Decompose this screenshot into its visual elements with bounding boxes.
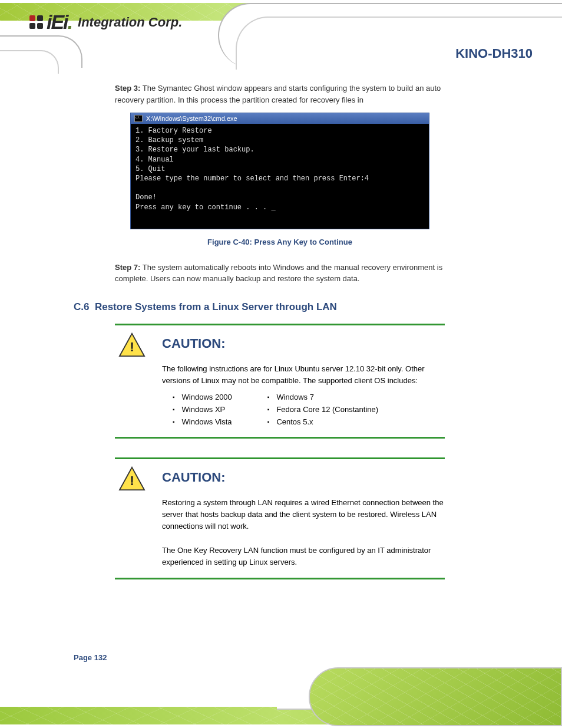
logo-squares-icon	[29, 15, 43, 29]
os-item: Windows XP	[173, 405, 232, 414]
logo-iei-text: iEi.	[47, 11, 72, 34]
step3-text: Step 3: The Symantec Ghost window appear…	[115, 83, 445, 106]
section-title: Restore Systems from a Linux Server thro…	[95, 301, 337, 312]
divider-green	[115, 457, 445, 459]
warning-triangle-icon: !	[118, 466, 146, 493]
divider-green	[115, 578, 445, 579]
svg-text:!: !	[130, 339, 134, 354]
divider-green	[115, 437, 445, 439]
svg-text:!: !	[130, 473, 134, 488]
caution-2-title: CAUTION:	[162, 470, 226, 485]
footer-banner	[0, 667, 562, 726]
logo-corp-text: Integration Corp.	[78, 15, 182, 30]
product-title: KINO-DH310	[455, 46, 533, 61]
warning-triangle-icon: !	[118, 332, 146, 360]
os-item: Windows 7	[267, 393, 378, 401]
cmd-titlebar: X:\Windows\System32\cmd.exe	[131, 113, 429, 124]
divider-green	[115, 324, 445, 325]
cmd-window: X:\Windows\System32\cmd.exe 1. Factory R…	[130, 113, 429, 229]
header-curve-inner	[236, 17, 562, 70]
header-banner: iEi. Integration Corp. KINO-DH310	[0, 0, 562, 67]
header-left-swoosh-2	[0, 50, 59, 74]
step3-body: The Symantec Ghost window appears and st…	[115, 84, 441, 104]
cmd-body: 1. Factory Restore 2. Backup system 3. R…	[131, 124, 429, 229]
os-item: Windows Vista	[173, 417, 232, 426]
page-content: Step 3: The Symantec Ghost window appear…	[115, 83, 445, 587]
figure-caption: Figure C-40: Press Any Key to Continue	[115, 238, 445, 246]
os-item: Windows 2000	[173, 393, 232, 401]
step7-text: Step 7: The system automatically reboots…	[115, 262, 445, 285]
os-item: Fedora Core 12 (Constantine)	[267, 405, 378, 414]
section-heading: C.6 Restore Systems from a Linux Server …	[74, 301, 445, 313]
step7-body: The system automatically reboots into Wi…	[115, 263, 442, 284]
caution-1-body: The following instructions are for Linux…	[162, 363, 445, 387]
caution-1-os-col1: Windows 2000 Windows XP Windows Vista	[173, 393, 232, 430]
step7-label: Step 7:	[115, 263, 140, 272]
caution-1-os-lists: Windows 2000 Windows XP Windows Vista Wi…	[173, 393, 445, 430]
os-item: Centos 5.x	[267, 417, 378, 426]
footer-green-lobe	[309, 667, 562, 726]
caution-1-title: CAUTION:	[162, 336, 226, 351]
caution-2-header: ! CAUTION:	[118, 466, 445, 493]
cmd-icon	[134, 115, 143, 122]
brand-logo: iEi. Integration Corp.	[29, 11, 182, 34]
section-number: C.6	[74, 301, 89, 312]
caution-2-body: Restoring a system through LAN requires …	[162, 497, 445, 568]
caution-1-header: ! CAUTION:	[118, 332, 445, 360]
caution-1-os-col2: Windows 7 Fedora Core 12 (Constantine) C…	[267, 393, 378, 430]
step3-label: Step 3:	[115, 84, 140, 93]
page-number: Page 132	[74, 653, 107, 662]
cmd-title-text: X:\Windows\System32\cmd.exe	[146, 115, 237, 122]
